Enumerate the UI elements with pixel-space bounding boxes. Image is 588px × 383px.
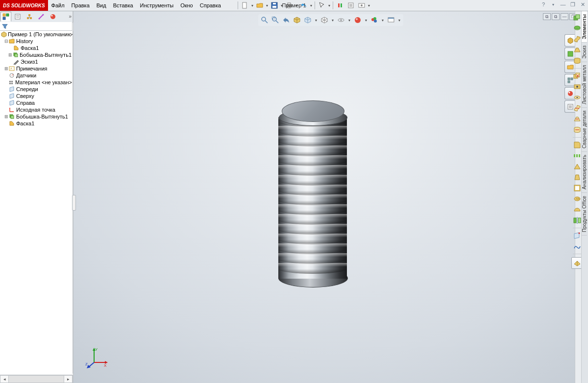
fm-tab-property[interactable] [12, 12, 23, 22]
display-style-icon[interactable] [320, 16, 329, 24]
menu-edit[interactable]: Правка [68, 0, 93, 11]
tree-origin[interactable]: Исходная точка [0, 106, 73, 113]
svg-rect-65 [574, 154, 575, 157]
svg-point-36 [356, 18, 358, 20]
svg-point-19 [39, 18, 40, 20]
expand-icon[interactable]: ⊞ [4, 66, 8, 71]
svg-rect-49 [568, 78, 570, 80]
panel-scrollbar[interactable]: ◂ ▸ [0, 375, 73, 383]
tree-annotations[interactable]: ⊞ A Примечания [0, 65, 73, 72]
zoom-fit-icon[interactable] [260, 16, 269, 24]
tree-plane-front[interactable]: Спереди [0, 86, 73, 93]
tree-item-label: Фаска1 [16, 120, 34, 126]
previous-view-icon[interactable] [282, 16, 291, 24]
cmd-tab-weldments[interactable]: Сварные детали [582, 108, 587, 152]
orientation-triad[interactable]: Y X Z [85, 346, 108, 368]
restore-button[interactable]: ❐ [569, 1, 577, 8]
svg-rect-16 [28, 14, 30, 16]
svg-point-62 [576, 86, 578, 88]
feature-manager-tree: Пример 1 (По умолчанию< ⊟ History Фаска1… [0, 31, 73, 374]
zoom-area-icon[interactable] [271, 16, 280, 24]
menu-file[interactable]: Файл [48, 0, 68, 11]
cmd-tab-sketch[interactable]: Эскиз [582, 43, 587, 62]
display-dropdown-icon[interactable]: ▾ [331, 18, 335, 23]
menu-bar: DS SOLIDWORKS Файл Правка Вид Вставка Ин… [0, 0, 588, 11]
chamfer-icon [8, 120, 15, 127]
tree-feature-chamfer[interactable]: Фаска1 [0, 120, 73, 127]
cmd-tab-evaluate[interactable]: Анализировать [582, 152, 587, 193]
scroll-left-icon[interactable]: ◂ [0, 375, 9, 383]
cmd-tab-features[interactable]: Элементы [582, 11, 587, 43]
tree-plane-top[interactable]: Сверху [0, 93, 73, 99]
tree-root[interactable]: Пример 1 (По умолчанию< [0, 31, 73, 38]
minimize-button[interactable]: — [559, 1, 567, 8]
menu-view[interactable]: Вид [93, 0, 110, 11]
graphics-viewport[interactable]: ▾ ▾ ▾ ▾ ▾ ▾ ⧉ ⧉ — ❐ ✕ Y X Z [73, 11, 588, 383]
panel-drag-handle[interactable] [72, 195, 76, 211]
command-manager-tabs: Элементы Эскиз Листовой металл Сварные д… [581, 11, 588, 383]
scene-dropdown-icon[interactable]: ▾ [381, 18, 385, 23]
tree-sensors[interactable]: Датчики [0, 72, 73, 79]
hideshow-dropdown-icon[interactable]: ▾ [347, 18, 351, 23]
sensors-icon [8, 72, 15, 79]
fm-tab-display[interactable] [48, 12, 58, 22]
tree-history-item[interactable]: Эскиз1 [0, 58, 73, 65]
help-dropdown-icon[interactable]: ▾ [549, 1, 557, 8]
svg-rect-60 [576, 73, 580, 77]
expand-icon[interactable]: ⊞ [4, 114, 8, 119]
collapse-icon[interactable]: ⊟ [4, 39, 8, 44]
tree-item-label: Бобышка-Вытянуть1 [16, 114, 68, 120]
capture-dropdown-icon[interactable]: ▾ [367, 3, 371, 8]
fm-tab-config[interactable] [24, 12, 35, 22]
view-settings-icon[interactable] [387, 16, 395, 24]
section-view-icon[interactable] [293, 16, 301, 24]
expand-icon[interactable]: ⊞ [8, 52, 12, 57]
origin-icon [8, 106, 15, 113]
cmd-tab-sheetmetal[interactable]: Листовой металл [582, 62, 587, 108]
window-controls: ? ▾ — ❐ ✕ [539, 1, 587, 8]
settings-dropdown-icon[interactable]: ▾ [397, 18, 401, 23]
app-logo: DS SOLIDWORKS [0, 0, 48, 11]
edit-appearance-icon[interactable] [353, 16, 362, 24]
fm-tabs-overflow-icon[interactable]: » [69, 14, 72, 19]
tree-item-label: Эскиз1 [21, 59, 38, 65]
close-button[interactable]: ✕ [579, 1, 587, 8]
menu-window[interactable]: Окно [177, 0, 196, 11]
mdi-minimize-icon[interactable]: — [561, 13, 568, 20]
triad-y-label: Y [95, 347, 98, 352]
view-orientation-icon[interactable] [303, 16, 312, 24]
scroll-right-icon[interactable]: ▸ [64, 375, 73, 383]
tree-plane-right[interactable]: Справа [0, 99, 73, 106]
mdi-next-icon[interactable]: ⧉ [552, 13, 560, 20]
fm-tab-tree[interactable] [0, 12, 11, 22]
part-icon [1, 31, 7, 38]
folder-icon [8, 38, 15, 45]
scroll-track[interactable] [9, 375, 64, 383]
hide-show-icon[interactable] [337, 16, 345, 24]
fm-filter-bar[interactable] [0, 22, 73, 31]
tree-material[interactable]: Материал <не указан> [0, 79, 73, 86]
menu-tools[interactable]: Инструменты [137, 0, 177, 11]
tree-feature-extrude[interactable]: ⊞ Бобышка-Вытянуть1 [0, 113, 73, 120]
tree-history-item[interactable]: Фаска1 [0, 45, 73, 51]
model-3d-part[interactable] [278, 100, 347, 287]
svg-point-74 [579, 233, 580, 234]
mdi-prev-icon[interactable]: ⧉ [543, 13, 551, 20]
tree-history[interactable]: ⊟ History [0, 38, 73, 45]
help-icon[interactable]: ? [539, 1, 547, 8]
orientation-dropdown-icon[interactable]: ▾ [314, 18, 318, 23]
plane-icon [8, 86, 15, 93]
apply-scene-icon[interactable] [370, 16, 379, 24]
fm-tab-dimxpert[interactable] [36, 12, 47, 22]
svg-rect-67 [579, 154, 580, 157]
sketch-icon [13, 58, 20, 65]
triad-z-label: Z [85, 362, 88, 366]
menu-insert[interactable]: Вставка [110, 0, 137, 11]
appearance-dropdown-icon[interactable]: ▾ [364, 18, 368, 23]
tree-root-label: Пример 1 (По умолчанию< [8, 31, 73, 37]
tree-history-label: History [16, 38, 33, 44]
tree-history-item[interactable]: ⊞ Бобышка-Вытянуть1 [0, 51, 73, 58]
tree-item-label: Справа [16, 100, 35, 106]
svg-rect-51 [568, 81, 570, 83]
cmd-tab-office[interactable]: Продукты Office [582, 193, 587, 236]
